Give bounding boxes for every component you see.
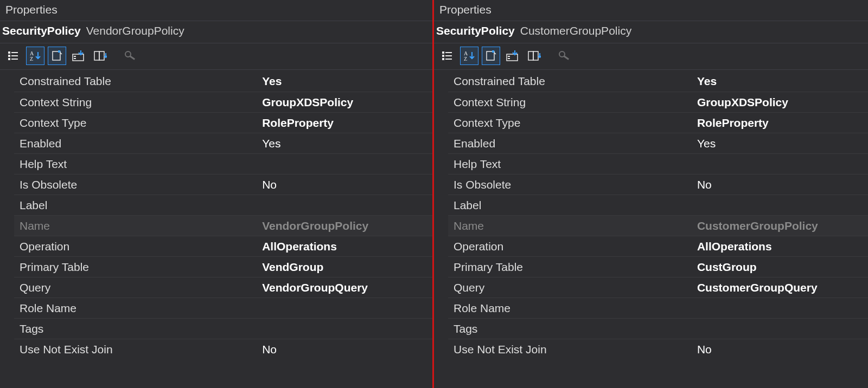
property-value[interactable]: Yes: [692, 133, 868, 153]
property-label: Enabled: [14, 133, 257, 153]
property-value[interactable]: Yes: [257, 71, 432, 92]
property-value[interactable]: Yes: [692, 71, 868, 92]
svg-rect-19: [442, 55, 444, 57]
property-value[interactable]: VendorGroupPolicy: [257, 215, 432, 236]
property-value[interactable]: [257, 153, 432, 174]
property-row[interactable]: EnabledYes: [448, 133, 868, 153]
categorized-button[interactable]: [438, 47, 457, 65]
object-type: SecurityPolicy: [2, 24, 81, 37]
property-value[interactable]: [692, 298, 868, 318]
property-row[interactable]: Tags: [448, 318, 868, 339]
property-label: Role Name: [14, 298, 257, 318]
property-value[interactable]: [257, 195, 432, 215]
property-value[interactable]: CustomerGroupQuery: [692, 277, 868, 298]
property-row[interactable]: EnabledYes: [14, 133, 432, 153]
svg-rect-16: [129, 55, 135, 60]
properties-panel-left: Properties SecurityPolicy VendorGroupPol…: [0, 0, 434, 388]
property-label: Query: [448, 277, 692, 298]
property-row[interactable]: Constrained TableYes: [448, 71, 868, 92]
property-value[interactable]: [692, 318, 868, 339]
property-value[interactable]: CustGroup: [692, 256, 868, 277]
alphabetical-button[interactable]: A Z: [26, 47, 44, 65]
show-changed-button[interactable]: [503, 47, 522, 65]
property-row[interactable]: Role Name: [14, 298, 432, 318]
property-value[interactable]: GroupXDSPolicy: [692, 92, 868, 112]
svg-rect-8: [53, 51, 60, 60]
property-value[interactable]: CustomerGroupPolicy: [692, 215, 868, 236]
property-row[interactable]: Use Not Exist JoinNo: [14, 339, 432, 359]
property-row[interactable]: Is ObsoleteNo: [448, 174, 868, 195]
property-value[interactable]: RoleProperty: [692, 112, 868, 133]
property-value[interactable]: [257, 318, 432, 339]
property-value[interactable]: VendorGroupQuery: [257, 277, 432, 298]
property-label: Context Type: [14, 112, 257, 133]
property-value[interactable]: [257, 298, 432, 318]
property-label: Primary Table: [14, 256, 257, 277]
property-value[interactable]: No: [257, 339, 432, 359]
property-grid-left: Constrained TableYesContext StringGroupX…: [0, 70, 432, 359]
property-label: Primary Table: [448, 256, 692, 277]
property-label: Role Name: [448, 298, 692, 318]
property-row[interactable]: OperationAllOperations: [14, 236, 432, 256]
svg-rect-4: [8, 58, 10, 60]
property-value[interactable]: AllOperations: [692, 236, 868, 256]
property-row[interactable]: Context StringGroupXDSPolicy: [14, 92, 432, 112]
panel-title: Properties: [434, 0, 868, 21]
show-changed-button[interactable]: [69, 47, 88, 65]
alphabetical-button[interactable]: A Z: [460, 47, 478, 65]
columns-button[interactable]: [91, 47, 110, 65]
property-label: Operation: [448, 236, 692, 256]
property-label: Tags: [14, 318, 257, 339]
property-row[interactable]: Use Not Exist JoinNo: [448, 339, 868, 359]
property-pages-button[interactable]: [482, 47, 500, 65]
svg-rect-11: [74, 56, 76, 57]
property-row[interactable]: Context StringGroupXDSPolicy: [448, 92, 868, 112]
property-row[interactable]: Help Text: [14, 153, 432, 174]
svg-rect-20: [445, 55, 452, 56]
object-name: VendorGroupPolicy: [86, 24, 184, 37]
property-row[interactable]: Help Text: [448, 153, 868, 174]
property-value[interactable]: No: [692, 339, 868, 359]
property-label: Help Text: [448, 153, 692, 174]
categorized-button[interactable]: [4, 47, 23, 65]
key-icon[interactable]: [122, 47, 140, 65]
property-label: Context String: [14, 92, 257, 112]
property-row[interactable]: OperationAllOperations: [448, 236, 868, 256]
property-label: Operation: [14, 236, 257, 256]
property-value[interactable]: [692, 153, 868, 174]
property-label: Label: [448, 195, 692, 215]
property-row[interactable]: Label: [14, 195, 432, 215]
property-value[interactable]: AllOperations: [257, 236, 432, 256]
svg-rect-0: [8, 51, 10, 54]
svg-rect-1: [11, 52, 18, 53]
panel-title: Properties: [0, 0, 432, 21]
key-icon[interactable]: [556, 47, 574, 65]
property-row[interactable]: QueryVendorGroupQuery: [14, 277, 432, 298]
property-row[interactable]: QueryCustomerGroupQuery: [448, 277, 868, 298]
property-row[interactable]: Primary TableCustGroup: [448, 256, 868, 277]
property-row[interactable]: Context TypeRoleProperty: [448, 112, 868, 133]
property-row[interactable]: NameCustomerGroupPolicy: [448, 215, 868, 236]
property-pages-button[interactable]: [48, 47, 66, 65]
property-value[interactable]: Yes: [257, 133, 432, 153]
columns-button[interactable]: [525, 47, 544, 65]
property-row[interactable]: Constrained TableYes: [14, 71, 432, 92]
property-value[interactable]: RoleProperty: [257, 112, 432, 133]
svg-rect-28: [508, 56, 510, 57]
property-row[interactable]: Context TypeRoleProperty: [14, 112, 432, 133]
property-value[interactable]: No: [692, 174, 868, 195]
property-row[interactable]: NameVendorGroupPolicy: [14, 215, 432, 236]
property-row[interactable]: Role Name: [448, 298, 868, 318]
svg-rect-5: [11, 59, 18, 60]
property-row[interactable]: Primary TableVendGroup: [14, 256, 432, 277]
property-value[interactable]: VendGroup: [257, 256, 432, 277]
property-row[interactable]: Tags: [14, 318, 432, 339]
property-value[interactable]: [692, 195, 868, 215]
property-row[interactable]: Is ObsoleteNo: [14, 174, 432, 195]
property-row[interactable]: Label: [448, 195, 868, 215]
svg-rect-30: [528, 51, 533, 60]
property-value[interactable]: GroupXDSPolicy: [257, 92, 432, 112]
property-value[interactable]: No: [257, 174, 432, 195]
property-label: Use Not Exist Join: [14, 339, 257, 359]
svg-rect-27: [507, 54, 518, 61]
